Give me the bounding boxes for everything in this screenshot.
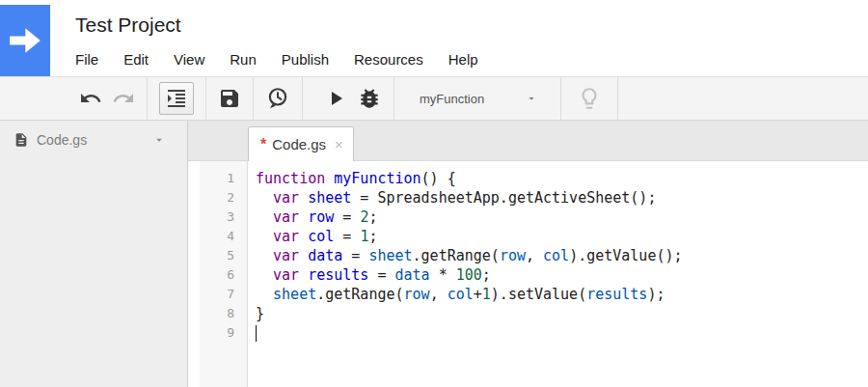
- code-line[interactable]: var results = data * 100;: [256, 265, 868, 285]
- menu-view[interactable]: View: [174, 51, 204, 68]
- code-token: row: [500, 247, 526, 264]
- debug-icon: [357, 86, 382, 111]
- tab-codegs[interactable]: * Code.gs ×: [248, 126, 354, 161]
- debug-button[interactable]: [357, 86, 382, 111]
- tab-close-icon[interactable]: ×: [335, 136, 343, 152]
- code-line[interactable]: sheet.getRange(row, col+1).setValue(resu…: [256, 285, 868, 304]
- code-token: sheet: [368, 247, 412, 264]
- code-token: results: [308, 266, 368, 284]
- undo-icon: [79, 87, 102, 110]
- tab-bar: * Code.gs ×: [188, 121, 868, 161]
- suggestions-button[interactable]: [577, 86, 602, 111]
- indent-button[interactable]: [159, 82, 194, 115]
- code-token: [299, 189, 308, 207]
- code-token: [299, 266, 308, 284]
- code-token: [256, 189, 273, 207]
- toolbar-separator: [253, 77, 254, 120]
- code-token: [256, 247, 273, 264]
- toolbar-separator: [617, 77, 618, 120]
- code-token: 100: [456, 266, 482, 284]
- code-token: =: [334, 228, 360, 245]
- indent-icon: [165, 87, 188, 110]
- code-token: [256, 286, 273, 303]
- menu-help[interactable]: Help: [448, 51, 478, 68]
- toolbar-separator: [560, 77, 561, 120]
- chevron-down-icon: [526, 93, 537, 104]
- files-sidebar: Code.gs: [0, 121, 188, 387]
- toolbar-separator: [393, 77, 394, 120]
- code-token: var: [273, 189, 299, 207]
- function-selector[interactable]: myFunction: [406, 76, 549, 121]
- code-token: );: [647, 286, 665, 303]
- run-button[interactable]: [324, 87, 347, 110]
- line-number: 1: [200, 169, 247, 188]
- code-content[interactable]: function myFunction() { var sheet = Spre…: [248, 161, 868, 387]
- code-token: [299, 208, 308, 226]
- toolbar-separator: [147, 77, 148, 120]
- code-line[interactable]: }: [256, 304, 868, 323]
- code-token: data: [395, 266, 430, 284]
- code-token: row: [308, 208, 334, 226]
- code-token: col: [543, 247, 569, 264]
- code-token: =: [342, 247, 368, 264]
- tab-title: Code.gs: [272, 136, 326, 152]
- arrow-right-icon: [7, 22, 43, 59]
- save-button[interactable]: [218, 87, 241, 110]
- project-title[interactable]: Test Project: [75, 14, 181, 37]
- code-token: col: [308, 228, 334, 245]
- line-number: 3: [200, 207, 247, 227]
- editor-panel: * Code.gs × 123456789 function myFunctio…: [188, 121, 868, 387]
- code-token: +: [474, 286, 482, 303]
- toolbar-separator: [302, 77, 303, 120]
- line-number: 8: [200, 304, 247, 323]
- apps-script-logo: [0, 5, 50, 76]
- line-number: 4: [200, 227, 247, 246]
- code-line[interactable]: function myFunction() {: [256, 169, 868, 188]
- code-token: .getRange(: [316, 286, 403, 303]
- code-line[interactable]: var row = 2;: [256, 207, 868, 227]
- file-icon: [14, 132, 29, 148]
- chevron-down-icon[interactable]: [152, 133, 166, 147]
- execution-history-button[interactable]: [265, 86, 290, 111]
- code-token: ).setValue(: [491, 286, 586, 303]
- redo-button[interactable]: [112, 87, 135, 110]
- code-line[interactable]: [256, 323, 868, 343]
- menu-run[interactable]: Run: [230, 51, 257, 68]
- code-token: =: [334, 208, 360, 226]
- menu-publish[interactable]: Publish: [282, 51, 329, 68]
- text-cursor: [256, 325, 257, 342]
- code-line[interactable]: var sheet = SpreadsheetApp.getActiveShee…: [256, 188, 868, 207]
- line-number: 6: [200, 265, 247, 285]
- file-name: Code.gs: [37, 132, 87, 148]
- unsaved-indicator: *: [260, 136, 266, 153]
- lightbulb-icon: [577, 86, 602, 111]
- code-token: var: [273, 247, 299, 264]
- code-line[interactable]: var col = 1;: [256, 227, 868, 246]
- toolbar-separator: [205, 77, 206, 120]
- code-line[interactable]: var data = sheet.getRange(row, col).getV…: [256, 246, 868, 265]
- code-token: ).getValue();: [569, 247, 682, 264]
- code-token: var: [273, 228, 299, 245]
- code-token: results: [586, 286, 647, 303]
- menu-file[interactable]: File: [75, 51, 98, 68]
- sidebar-file-codegs[interactable]: Code.gs: [0, 121, 187, 157]
- code-editor: 123456789 function myFunction() { var sh…: [188, 161, 868, 387]
- undo-button[interactable]: [79, 87, 102, 110]
- code-token: .getRange(: [413, 247, 500, 264]
- code-token: 1: [482, 286, 491, 303]
- code-token: () {: [421, 170, 456, 187]
- menu-edit[interactable]: Edit: [123, 51, 149, 68]
- code-token: sheet: [273, 286, 316, 303]
- code-token: ,: [430, 286, 448, 303]
- code-token: [325, 170, 334, 187]
- code-token: ;: [368, 208, 377, 226]
- code-token: ,: [526, 247, 543, 264]
- code-token: =: [368, 266, 394, 284]
- code-token: [299, 228, 308, 245]
- save-icon: [218, 87, 241, 110]
- code-token: = SpreadsheetApp.getActiveSheet();: [351, 189, 656, 207]
- app-header: Test Project File Edit View Run Publish …: [0, 0, 868, 76]
- function-selector-value: myFunction: [420, 92, 484, 106]
- menu-resources[interactable]: Resources: [354, 51, 423, 68]
- main-area: Code.gs * Code.gs × 123456789 function m…: [0, 121, 868, 387]
